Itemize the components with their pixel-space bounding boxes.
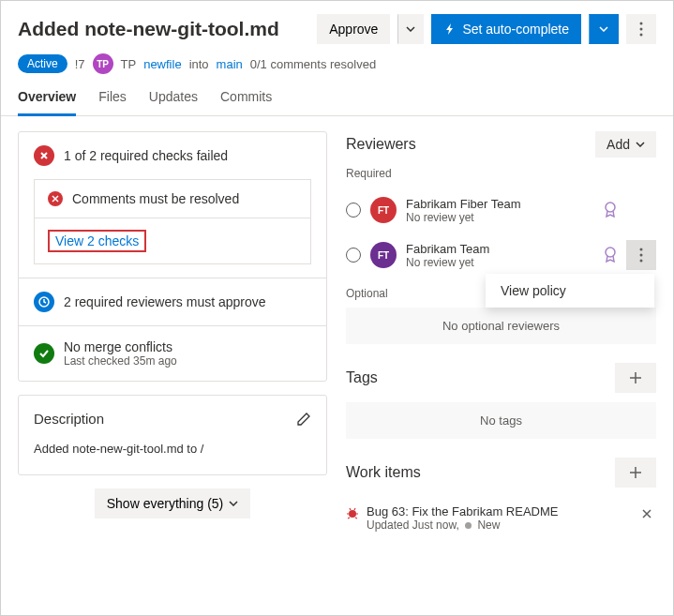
plus-icon [629, 371, 642, 384]
lightning-icon [443, 23, 457, 36]
reviewers-title: Reviewers [346, 136, 416, 153]
comments-resolved: 0/1 comments resolved [250, 57, 376, 71]
svg-point-1 [640, 28, 643, 31]
set-autocomplete-button[interactable]: Set auto-complete [431, 14, 581, 44]
chevron-down-icon [636, 142, 645, 147]
tab-files[interactable]: Files [98, 89, 127, 115]
svg-point-7 [640, 254, 643, 257]
autocomplete-dropdown[interactable] [589, 14, 619, 44]
pr-id: !7 [75, 57, 85, 71]
svg-point-6 [640, 248, 643, 251]
status-badge: Active [18, 54, 67, 73]
approve-button[interactable]: Approve [317, 14, 390, 44]
author-avatar: TP [93, 53, 113, 74]
author-name: TP [121, 57, 137, 71]
reviewer-name: Fabrikam Team [406, 242, 594, 256]
reviewer-row: FT Fabrikam Team No review yet [346, 233, 656, 278]
view-policy-item[interactable]: View policy [501, 283, 639, 298]
tab-commits[interactable]: Commits [220, 89, 272, 115]
award-icon [604, 247, 617, 263]
no-tags: No tags [346, 402, 656, 439]
kebab-icon [639, 248, 643, 263]
reviewer-avatar: FT [370, 197, 397, 223]
svg-point-9 [349, 510, 356, 518]
reviewer-avatar: FT [370, 242, 397, 268]
no-conflicts-text: No merge conflicts [64, 339, 177, 354]
reviewer-status: No review yet [406, 256, 594, 269]
more-actions-button[interactable] [626, 14, 656, 44]
svg-point-0 [640, 23, 643, 25]
chevron-down-icon [599, 26, 608, 32]
award-icon [604, 202, 617, 218]
context-menu: View policy [486, 274, 654, 308]
checks-failed-text: 1 of 2 required checks failed [64, 148, 228, 163]
reviewer-row: FT Fabrikam Fiber Team No review yet [346, 188, 656, 233]
clock-icon [34, 292, 54, 312]
source-branch-link[interactable]: newfile [143, 57, 181, 71]
reviewer-radio[interactable] [346, 203, 361, 218]
svg-point-4 [606, 203, 615, 212]
kebab-icon [639, 22, 643, 37]
x-icon [48, 191, 63, 206]
autocomplete-label: Set auto-complete [462, 22, 569, 37]
reviewer-status: No review yet [406, 211, 594, 224]
work-item-title[interactable]: Bug 63: Fix the Fabrikam README [367, 504, 630, 518]
reviewers-approve-text: 2 required reviewers must approve [64, 294, 266, 309]
add-label: Add [607, 137, 630, 152]
last-checked-text: Last checked 35m ago [64, 354, 177, 368]
svg-point-5 [606, 248, 615, 257]
show-everything-label: Show everything (5) [107, 496, 224, 511]
comments-check-text: Comments must be resolved [72, 191, 239, 206]
reviewer-radio[interactable] [346, 248, 361, 263]
reviewer-name: Fabrikam Fiber Team [406, 197, 594, 211]
svg-point-2 [640, 34, 643, 37]
tab-overview[interactable]: Overview [18, 89, 76, 116]
work-item-updated: Updated Just now, [367, 518, 459, 532]
work-items-section: Work items Bug 63: Fix the Fabrikam READ… [346, 458, 656, 539]
remove-work-item-button[interactable] [637, 504, 656, 523]
into-text: into [189, 57, 209, 71]
checks-card: 1 of 2 required checks failed Comments m… [18, 131, 327, 382]
required-label: Required [346, 167, 656, 180]
tags-title: Tags [346, 369, 378, 386]
show-everything-button[interactable]: Show everything (5) [95, 488, 251, 518]
bug-icon [346, 506, 359, 519]
chevron-down-icon [229, 501, 238, 506]
add-tag-button[interactable] [615, 363, 656, 393]
tab-updates[interactable]: Updates [149, 89, 198, 115]
pencil-icon [296, 412, 311, 427]
description-title: Description [34, 411, 104, 427]
target-branch-link[interactable]: main [217, 57, 243, 71]
add-work-item-button[interactable] [615, 458, 656, 488]
edit-description-button[interactable] [296, 412, 311, 427]
no-optional-reviewers: No optional reviewers [346, 308, 656, 344]
page-title: Added note-new-git-tool.md [18, 18, 309, 40]
add-reviewer-button[interactable]: Add [595, 131, 656, 158]
work-item-row: Bug 63: Fix the Fabrikam README Updated … [346, 497, 656, 539]
state-dot-icon [465, 522, 472, 529]
plus-icon [629, 466, 642, 479]
check-icon [34, 343, 54, 364]
failed-icon [34, 145, 54, 166]
approve-dropdown[interactable] [397, 14, 424, 44]
reviewer-more-button[interactable] [626, 240, 656, 270]
reviewers-section: Reviewers Add Required FT Fabrikam Fiber… [346, 131, 656, 344]
work-item-state: New [477, 518, 500, 532]
work-items-title: Work items [346, 464, 421, 481]
close-icon [641, 508, 652, 519]
tags-section: Tags No tags [346, 363, 656, 439]
description-card: Description Added note-new-git-tool.md t… [18, 395, 327, 475]
svg-point-8 [640, 260, 643, 263]
description-body: Added note-new-git-tool.md to / [19, 442, 326, 474]
view-checks-link[interactable]: View 2 checks [55, 233, 139, 248]
chevron-down-icon [406, 26, 415, 32]
